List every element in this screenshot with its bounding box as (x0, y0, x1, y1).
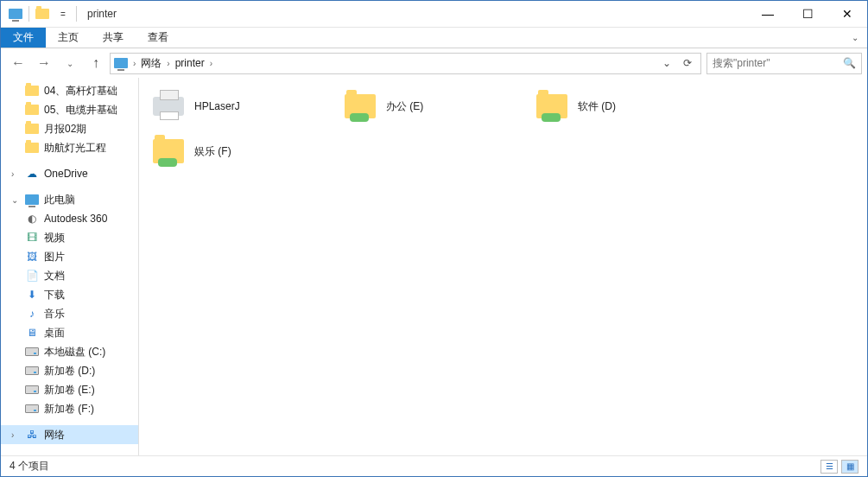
breadcrumb-printer[interactable]: printer (175, 57, 205, 69)
item-share-folder[interactable]: 办公 (E) (339, 85, 529, 128)
sidebar-item-documents[interactable]: 📄文档 (1, 266, 138, 285)
sidebar-item-label: 本地磁盘 (C:) (44, 345, 105, 359)
desktop-icon: 🖥 (25, 326, 39, 340)
ribbon-tab-file[interactable]: 文件 (1, 28, 46, 48)
folder-icon (25, 124, 39, 134)
status-item-count: 4 个项目 (10, 459, 49, 474)
properties-icon[interactable] (35, 6, 50, 22)
sidebar-item-label: 助航灯光工程 (44, 141, 106, 156)
nav-pane[interactable]: 04、高杆灯基础 05、电缆井基础 月报02期 助航灯光工程 ›☁OneDriv… (1, 78, 139, 455)
content-pane[interactable]: HPLaserJ 办公 (E) 软件 (D) 娱乐 (F) (139, 78, 867, 455)
chevron-right-icon[interactable]: › (11, 169, 20, 179)
shared-folder-icon (151, 134, 186, 169)
view-icons-button[interactable]: ▦ (841, 460, 858, 474)
quick-access-toolbar: = printer (1, 6, 117, 22)
sidebar-item-music[interactable]: ♪音乐 (1, 304, 138, 323)
sidebar-item-pictures[interactable]: 🖼图片 (1, 247, 138, 266)
sidebar-item-drive-d[interactable]: 新加卷 (D:) (1, 361, 138, 380)
sidebar-item-autodesk[interactable]: ◐Autodesk 360 (1, 209, 138, 228)
search-input[interactable] (713, 57, 843, 69)
downloads-icon: ⬇ (25, 288, 39, 302)
chevron-right-icon[interactable]: › (130, 59, 139, 68)
chevron-down-icon[interactable]: ⌄ (11, 195, 20, 205)
close-button[interactable]: ✕ (827, 1, 867, 28)
maximize-button[interactable]: ☐ (788, 1, 827, 28)
sidebar-item-label: 网络 (44, 428, 65, 442)
drive-icon (25, 366, 39, 375)
nav-back-button[interactable]: ← (6, 51, 30, 75)
sidebar-recent-item[interactable]: 04、高杆灯基础 (1, 81, 138, 100)
nav-up-button[interactable]: ↑ (84, 51, 108, 75)
search-icon[interactable]: 🔍 (843, 57, 856, 69)
item-label: 软件 (D) (578, 99, 718, 114)
sidebar-item-drive-e[interactable]: 新加卷 (E:) (1, 380, 138, 399)
item-share-folder[interactable]: 软件 (D) (531, 85, 721, 128)
folder-icon (25, 105, 39, 115)
chevron-right-icon[interactable]: › (11, 430, 20, 440)
sidebar-item-label: 下载 (44, 288, 65, 302)
view-mode-buttons: ☰ ▦ (820, 460, 858, 474)
sidebar-item-drive-c[interactable]: 本地磁盘 (C:) (1, 342, 138, 361)
refresh-icon[interactable]: ⟳ (678, 54, 697, 73)
onedrive-icon: ☁ (25, 167, 39, 181)
chevron-right-icon[interactable]: › (163, 59, 173, 68)
ribbon-tab-view[interactable]: 查看 (136, 28, 181, 48)
nav-bar: ← → ⌄ ↑ › 网络 › printer › ⌄ ⟳ 🔍 (1, 48, 867, 78)
location-pc-icon (114, 56, 128, 70)
sidebar-item-label: 04、高杆灯基础 (44, 84, 117, 99)
status-bar: 4 个项目 ☰ ▦ (1, 455, 867, 476)
window-controls: — ☐ ✕ (748, 1, 867, 28)
qat-separator (29, 6, 29, 22)
item-label: 办公 (E) (386, 99, 526, 114)
body: 04、高杆灯基础 05、电缆井基础 月报02期 助航灯光工程 ›☁OneDriv… (1, 78, 867, 455)
ribbon-collapse-icon[interactable]: ⌄ (843, 28, 867, 48)
sidebar-recent-item[interactable]: 助航灯光工程 (1, 138, 138, 157)
nav-recent-dropdown-icon[interactable]: ⌄ (58, 51, 82, 75)
item-label: HPLaserJ (194, 100, 334, 112)
breadcrumb-network[interactable]: 网络 (141, 56, 162, 71)
sidebar-item-label: 新加卷 (D:) (44, 364, 95, 378)
sidebar-onedrive[interactable]: ›☁OneDrive (1, 164, 138, 183)
search-box[interactable]: 🔍 (706, 53, 862, 74)
sidebar-item-videos[interactable]: 🎞视频 (1, 228, 138, 247)
qat-dropdown-icon[interactable]: = (55, 6, 71, 22)
sidebar-item-label: OneDrive (44, 168, 88, 180)
sidebar-item-drive-f[interactable]: 新加卷 (F:) (1, 399, 138, 418)
item-share-folder[interactable]: 娱乐 (F) (148, 130, 338, 173)
pc-icon (25, 193, 39, 207)
address-bar[interactable]: › 网络 › printer › ⌄ ⟳ (110, 53, 701, 74)
qat-separator (76, 6, 77, 22)
sidebar-item-desktop[interactable]: 🖥桌面 (1, 323, 138, 342)
minimize-button[interactable]: — (748, 1, 788, 28)
sidebar-item-label: 此电脑 (44, 193, 75, 207)
sidebar-this-pc[interactable]: ⌄此电脑 (1, 190, 138, 209)
sidebar-item-label: 桌面 (44, 326, 65, 340)
drive-icon (25, 385, 39, 394)
documents-icon: 📄 (25, 269, 39, 283)
sidebar-recent-item[interactable]: 05、电缆井基础 (1, 100, 138, 119)
address-dropdown-icon[interactable]: ⌄ (657, 54, 676, 73)
sidebar-item-label: 音乐 (44, 307, 65, 321)
network-icon: 🖧 (25, 428, 39, 442)
shared-folder-icon (535, 89, 569, 124)
view-details-button[interactable]: ☰ (820, 460, 838, 474)
ribbon-tab-home[interactable]: 主页 (46, 28, 91, 48)
sidebar-recent-item[interactable]: 月报02期 (1, 119, 138, 138)
items-grid: HPLaserJ 办公 (E) 软件 (D) 娱乐 (F) (148, 85, 858, 173)
app-icon (8, 6, 23, 22)
drive-icon (25, 404, 39, 413)
sidebar-item-downloads[interactable]: ⬇下载 (1, 285, 138, 304)
shared-folder-icon (343, 89, 377, 124)
pictures-icon: 🖼 (25, 250, 39, 264)
ribbon-tab-share[interactable]: 共享 (91, 28, 136, 48)
chevron-right-icon[interactable]: › (206, 59, 216, 68)
title-bar: = printer — ☐ ✕ (1, 1, 867, 28)
item-label: 娱乐 (F) (194, 144, 334, 159)
sidebar-network[interactable]: ›🖧网络 (1, 425, 138, 444)
sidebar-item-label: 月报02期 (44, 122, 86, 137)
sidebar-item-label: 视频 (44, 231, 65, 245)
nav-forward-button[interactable]: → (32, 51, 56, 75)
window-title: printer (87, 8, 117, 20)
sidebar-item-label: 05、电缆井基础 (44, 103, 117, 118)
item-printer[interactable]: HPLaserJ (148, 85, 338, 128)
